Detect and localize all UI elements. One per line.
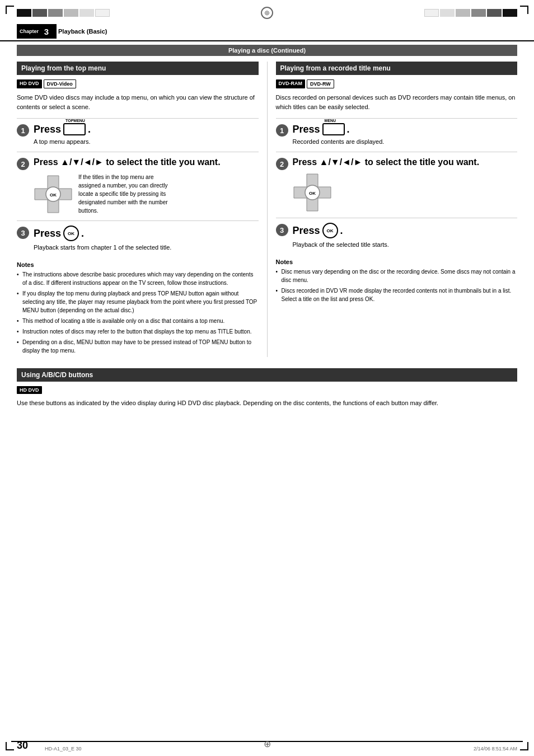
left-notes-title: Notes [17, 261, 259, 268]
step-3-press-line: Press OK . [34, 226, 259, 241]
left-section-header: Playing from the top menu [17, 62, 259, 75]
badge-hd-dvd: HD DVD [17, 79, 42, 88]
strip-2 [32, 9, 47, 17]
badge-dvd-video: DVD-Video [44, 79, 76, 88]
chapter-number: 3 [40, 25, 53, 37]
left-note-3: This method of locating a title is avail… [17, 317, 259, 325]
left-step-3: 3 Press OK . Playback starts from chapte… [17, 220, 259, 252]
crosshair-bottom-icon: ⊕ [264, 739, 271, 749]
left-step-2: 2 Press ▲/▼/◄/► to select the title you … [17, 152, 259, 215]
chapter-title: Playback (Basic) [58, 28, 107, 35]
strip-3 [48, 9, 63, 17]
left-step-1: 1 Press TOPMENU . A top menu appears. [17, 118, 259, 146]
corner-br [520, 742, 528, 750]
strip-r4 [471, 9, 486, 17]
right-step-1-press-line: Press MENU . [293, 123, 518, 135]
right-step-2-press-text: Press ▲/▼/◄/► to select the title you wa… [293, 157, 518, 168]
strip-4 [64, 9, 78, 17]
strip-r6 [503, 9, 517, 17]
step-3-desc: Playback starts from chapter 1 of the se… [34, 243, 259, 252]
right-step-3-press-word: Press [293, 225, 320, 237]
strip-1 [17, 9, 31, 17]
step-2-press-text: Press ▲/▼/◄/► to select the title you wa… [34, 157, 221, 168]
menu-button: MENU [322, 123, 345, 135]
right-step-2-content: Press ▲/▼/◄/► to select the title you wa… [293, 157, 518, 212]
strip-right [424, 9, 517, 17]
left-note-2: If you display the top menu during playb… [17, 289, 259, 314]
step-2-number: 2 [17, 158, 29, 170]
step-2-dpad-wrap: Press ▲/▼/◄/► to select the title you wa… [34, 157, 221, 215]
right-step-1-desc: Recorded contents are displayed. [293, 138, 518, 146]
right-step-1-content: Press MENU . Recorded contents are displ… [293, 123, 518, 146]
step-1-press-line: Press TOPMENU . [34, 123, 259, 135]
bottom-badge-row: HD DVD [17, 386, 517, 394]
bottom-section: Using A/B/C/D buttons HD DVD Use these b… [0, 368, 534, 408]
right-step-3-content: Press OK . Playback of the selected titl… [293, 223, 518, 249]
dpad-left: OK [34, 175, 73, 214]
strip-center: ⊕ [110, 7, 424, 19]
step-1-content: Press TOPMENU . A top menu appears. [34, 123, 259, 146]
strip-r5 [487, 9, 502, 17]
step-3-content: Press OK . Playback starts from chapter … [34, 226, 259, 252]
strip-5 [79, 9, 94, 17]
right-note-1: Disc menus vary depending on the disc or… [276, 267, 518, 284]
right-intro-text: Discs recorded on personal devices such … [276, 93, 518, 111]
page-number: 30 [17, 740, 28, 752]
right-step-2-number: 2 [276, 158, 288, 170]
step-3-number: 3 [17, 227, 29, 239]
right-step-1-number: 1 [276, 124, 288, 137]
right-step-3-press-line: Press OK . [293, 223, 518, 238]
step-2-dpad-desc: If the titles in the top menu are assign… [78, 173, 168, 215]
step-1-press-word: Press [34, 124, 61, 135]
badge-dvd-rw: DVD-RW [307, 79, 334, 88]
right-step-3-desc: Playback of the selected title starts. [293, 241, 518, 249]
strip-r1 [424, 9, 439, 17]
right-section-header: Playing from a recorded title menu [276, 62, 518, 75]
right-step-3: 3 Press OK . Playback of the selected ti… [276, 218, 518, 249]
page: ⊕ Chapter 3 Playback (Basic) Playing a d… [0, 0, 534, 756]
left-column: Playing from the top menu HD DVD DVD-Vid… [17, 62, 268, 357]
step-3-press-word: Press [34, 228, 61, 240]
right-step-3-number: 3 [276, 224, 288, 236]
right-step-1: 1 Press MENU . Recorded contents are dis… [276, 118, 518, 146]
corner-tr [520, 6, 528, 14]
menu-label: MENU [325, 119, 336, 123]
right-notes-title: Notes [276, 259, 518, 265]
left-intro-text: Some DVD video discs may include a top m… [17, 93, 259, 111]
right-step-3-period: . [340, 225, 343, 237]
right-step-2: 2 Press ▲/▼/◄/► to select the title you … [276, 152, 518, 212]
right-notes: Notes Disc menus vary depending on the d… [276, 255, 518, 303]
chapter-badge: Chapter 3 [17, 24, 57, 39]
two-column-layout: Playing from the top menu HD DVD DVD-Vid… [0, 62, 534, 357]
svg-text:OK: OK [309, 191, 316, 196]
badge-hd-dvd-bottom: HD DVD [17, 386, 42, 394]
badge-dvd-ram: DVD-RAM [276, 79, 306, 88]
topmenu-label: TOPMENU [65, 119, 85, 123]
left-note-1: The instructions above describe basic pr… [17, 270, 259, 287]
ok-button-right: OK [322, 223, 338, 238]
step-3-period: . [81, 228, 84, 240]
ok-button-left: OK [63, 226, 79, 241]
right-note-2: Discs recorded in DVD VR mode display th… [276, 287, 518, 303]
corner-tl [6, 6, 14, 14]
right-step-1-press-word: Press [293, 124, 320, 135]
right-step-1-period: . [347, 124, 350, 135]
dpad-right: OK [293, 173, 332, 212]
right-notes-list: Disc menus vary depending on the disc or… [276, 267, 518, 303]
bottom-section-text: Use these buttons as indicated by the vi… [17, 398, 517, 408]
step-1-desc: A top menu appears. [34, 138, 259, 146]
right-badge-row: DVD-RAM DVD-RW [276, 79, 518, 88]
right-column: Playing from a recorded title menu DVD-R… [268, 62, 518, 357]
bottom-left-code: HD-A1_03_E 30 [45, 746, 82, 752]
topmenu-button: TOPMENU [63, 123, 86, 135]
svg-text:OK: OK [50, 192, 57, 198]
strip-r3 [456, 9, 470, 17]
bottom-right-date: 2/14/06 8:51:54 AM [474, 746, 517, 752]
left-notes: Notes The instructions above describe ba… [17, 258, 259, 355]
left-notes-list: The instructions above describe basic pr… [17, 270, 259, 355]
chapter-header: Chapter 3 Playback (Basic) [0, 22, 534, 41]
corner-bl [6, 742, 14, 750]
left-note-5: Depending on a disc, MENU button may hav… [17, 338, 259, 355]
step-1-period: . [88, 124, 91, 135]
strip-r2 [440, 9, 455, 17]
